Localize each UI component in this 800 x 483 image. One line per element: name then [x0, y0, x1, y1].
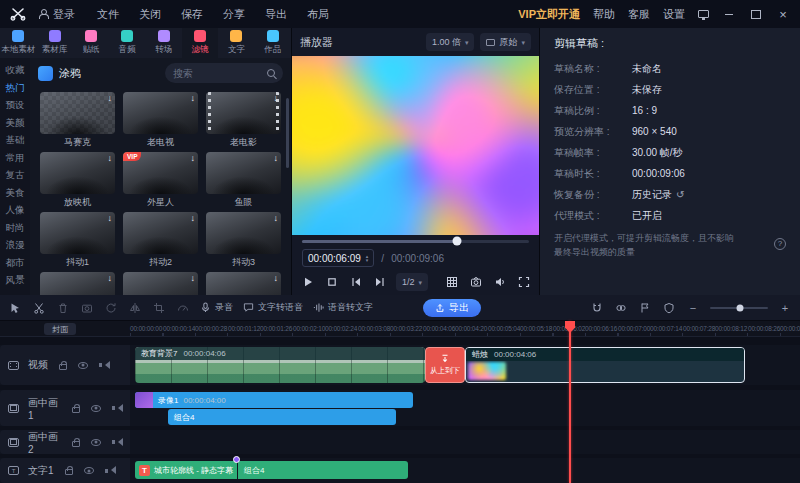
tab-local-media[interactable]: 本地素材 — [0, 28, 36, 58]
timeline-zoom-slider[interactable] — [710, 303, 768, 313]
delete-tool-icon[interactable] — [56, 301, 70, 315]
scrollbar[interactable] — [286, 98, 289, 168]
freeze-frame-tool-icon[interactable] — [80, 301, 94, 315]
zoom-in-icon[interactable] — [778, 301, 792, 315]
clip-combo4-pip[interactable]: 组合4 — [168, 409, 396, 425]
filter-item-old-movie[interactable]: 老电影 — [206, 92, 281, 147]
marker-flag-icon[interactable] — [638, 301, 652, 315]
timeline-ruler[interactable]: 封面 00:00:00:00 00:00:00:14 00:00:00:28 0… — [0, 321, 800, 337]
track-lane-pip1[interactable]: 录像1 00:00:04:00 组合4 — [130, 390, 800, 426]
download-icon[interactable] — [108, 153, 113, 163]
filter-item-shake3[interactable]: 抖动3 — [206, 212, 281, 267]
download-icon[interactable] — [108, 93, 113, 103]
text-to-speech-button[interactable]: 文字转语音 — [243, 301, 303, 314]
tab-filters[interactable]: 滤镜 — [182, 28, 218, 58]
search-input[interactable] — [173, 68, 261, 79]
record-audio-button[interactable]: 录音 — [200, 301, 233, 314]
category-beauty[interactable]: 美颜 — [6, 115, 25, 133]
menu-save[interactable]: 保存 — [181, 7, 203, 22]
close-button[interactable] — [776, 7, 790, 21]
select-tool-icon[interactable] — [8, 301, 22, 315]
clip-candle-filtered[interactable]: 蜡烛00:00:04:06 — [465, 347, 745, 383]
visibility-eye-icon[interactable] — [78, 362, 88, 369]
lock-icon[interactable] — [72, 441, 80, 447]
filter-item-mosaic[interactable]: 马赛克 — [40, 92, 115, 147]
category-scenery[interactable]: 风景 — [6, 272, 25, 290]
track-lane-pip2[interactable] — [130, 430, 800, 454]
category-portrait[interactable]: 人像 — [6, 202, 25, 220]
filter-item-fisheye[interactable]: 鱼眼 — [206, 152, 281, 207]
filter-item[interactable] — [123, 272, 198, 295]
scrubber-handle[interactable] — [453, 237, 462, 246]
clip-transition-top-to-bottom[interactable]: 从上到下 — [425, 347, 465, 383]
snapshot-camera-icon[interactable] — [468, 275, 483, 290]
download-icon[interactable] — [274, 93, 279, 103]
lock-icon[interactable] — [59, 364, 67, 370]
visibility-eye-icon[interactable] — [91, 405, 101, 412]
support-button[interactable]: 客服 — [628, 7, 650, 22]
filter-item-shake2[interactable]: 抖动2 — [123, 212, 198, 267]
visibility-eye-icon[interactable] — [84, 467, 94, 474]
category-presets[interactable]: 预设 — [6, 97, 25, 115]
tab-audio[interactable]: 音频 — [109, 28, 145, 58]
tab-library[interactable]: 素材库 — [36, 28, 72, 58]
reverse-tool-icon[interactable] — [104, 301, 118, 315]
category-romance[interactable]: 浪漫 — [6, 237, 25, 255]
clip-combo4-text[interactable]: 组合4 — [238, 461, 408, 479]
tab-text[interactable]: 文字 — [218, 28, 254, 58]
menu-close[interactable]: 关闭 — [139, 7, 161, 22]
cover-button[interactable]: 封面 — [44, 323, 76, 335]
time-stepper[interactable] — [366, 254, 369, 262]
play-button[interactable] — [300, 275, 315, 290]
safe-area-grid-icon[interactable] — [444, 275, 459, 290]
category-basic[interactable]: 基础 — [6, 132, 25, 150]
category-retro[interactable]: 复古 — [6, 167, 25, 185]
current-time-field[interactable]: 00:00:06:09 — [302, 249, 374, 267]
help-question-icon[interactable] — [774, 238, 786, 250]
fit-mode-dropdown[interactable]: 原始 — [480, 33, 531, 51]
zoom-level-dropdown[interactable]: 1.00 倍 — [426, 33, 475, 51]
category-hot[interactable]: 热门 — [6, 80, 25, 98]
menu-share[interactable]: 分享 — [223, 7, 245, 22]
fullscreen-icon[interactable] — [516, 275, 531, 290]
keyframe-marker[interactable] — [233, 456, 240, 463]
mute-speaker-icon[interactable] — [112, 404, 122, 413]
volume-icon[interactable] — [492, 275, 507, 290]
tab-stickers[interactable]: 贴纸 — [73, 28, 109, 58]
help-button[interactable]: 帮助 — [593, 7, 615, 22]
display-mode-icon[interactable] — [698, 10, 709, 18]
download-icon[interactable] — [191, 213, 196, 223]
category-urban[interactable]: 都市 — [6, 255, 25, 273]
speed-tool-icon[interactable] — [176, 301, 190, 315]
menu-export[interactable]: 导出 — [265, 7, 287, 22]
step-interval-dropdown[interactable]: 1/2 — [396, 273, 428, 291]
stop-button[interactable] — [324, 275, 339, 290]
download-icon[interactable] — [191, 153, 196, 163]
zoom-out-icon[interactable] — [686, 301, 700, 315]
download-icon[interactable] — [274, 273, 279, 283]
filter-item-alien[interactable]: VIP外星人 — [123, 152, 198, 207]
visibility-eye-icon[interactable] — [91, 439, 101, 446]
category-fashion[interactable]: 时尚 — [6, 220, 25, 238]
filter-item-shake1[interactable]: 抖动1 — [40, 212, 115, 267]
lock-icon[interactable] — [65, 469, 73, 475]
mirror-tool-icon[interactable] — [128, 301, 142, 315]
filter-item-old-tv[interactable]: 老电视 — [123, 92, 198, 147]
history-icon[interactable] — [676, 189, 684, 200]
download-icon[interactable] — [191, 273, 196, 283]
download-icon[interactable] — [274, 213, 279, 223]
next-frame-button[interactable] — [372, 275, 387, 290]
category-favorites[interactable]: 收藏 — [6, 62, 25, 80]
category-food[interactable]: 美食 — [6, 185, 25, 203]
step-down-icon[interactable] — [366, 258, 369, 262]
clip-recording1[interactable]: 录像1 00:00:04:00 — [135, 392, 413, 408]
mask-shield-icon[interactable] — [662, 301, 676, 315]
mute-speaker-icon[interactable] — [99, 361, 109, 370]
previous-frame-button[interactable] — [348, 275, 363, 290]
mute-speaker-icon[interactable] — [112, 438, 122, 447]
proxy-mode-value[interactable]: 已开启 — [632, 209, 662, 223]
minimize-button[interactable] — [722, 7, 736, 21]
settings-button[interactable]: 设置 — [663, 7, 685, 22]
maximize-button[interactable] — [749, 7, 763, 21]
menu-file[interactable]: 文件 — [97, 7, 119, 22]
